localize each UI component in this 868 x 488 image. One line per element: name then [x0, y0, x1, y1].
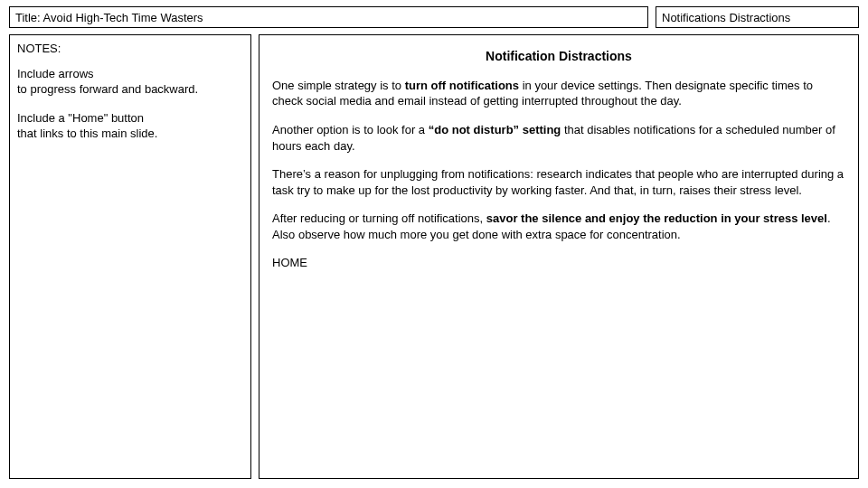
text-run: One simple strategy is to: [272, 79, 405, 92]
title-text: Title: Avoid High-Tech Time Wasters: [15, 11, 203, 24]
content-paragraph-2: Another option is to look for a “do not …: [272, 122, 845, 154]
notes-line: to progress forward and backward.: [17, 82, 198, 96]
home-link[interactable]: HOME: [272, 255, 845, 271]
notes-heading: NOTES:: [17, 41, 243, 57]
notes-line: that links to this main slide.: [17, 127, 157, 140]
text-run: Another option is to look for a: [272, 123, 429, 136]
text-bold: turn off notifications: [405, 79, 519, 92]
title-box: Title: Avoid High-Tech Time Wasters: [9, 6, 648, 28]
content-heading: Notification Distractions: [272, 48, 845, 65]
notes-line: Include a "Home" button: [17, 111, 144, 125]
text-bold: savor the silence and enjoy the reductio…: [486, 211, 827, 225]
content-paragraph-4: After reducing or turning off notificati…: [272, 211, 845, 242]
text-run: After reducing or turning off notificati…: [272, 211, 486, 225]
notes-line: Include arrows: [17, 67, 94, 80]
topic-text: Notifications Distractions: [662, 11, 790, 24]
text-bold: “do not disturb” setting: [429, 123, 561, 136]
content-paragraph-3: There’s a reason for unplugging from not…: [272, 166, 845, 198]
content-panel: Notification Distractions One simple str…: [259, 34, 859, 479]
header-row: Title: Avoid High-Tech Time Wasters Noti…: [9, 6, 859, 28]
notes-item-home: Include a "Home" button that links to th…: [17, 110, 243, 142]
content-paragraph-1: One simple strategy is to turn off notif…: [272, 78, 845, 109]
topic-box: Notifications Distractions: [656, 6, 859, 28]
body-row: NOTES: Include arrows to progress forwar…: [9, 34, 859, 479]
notes-item-arrows: Include arrows to progress forward and b…: [17, 66, 243, 98]
notes-panel: NOTES: Include arrows to progress forwar…: [9, 34, 251, 479]
